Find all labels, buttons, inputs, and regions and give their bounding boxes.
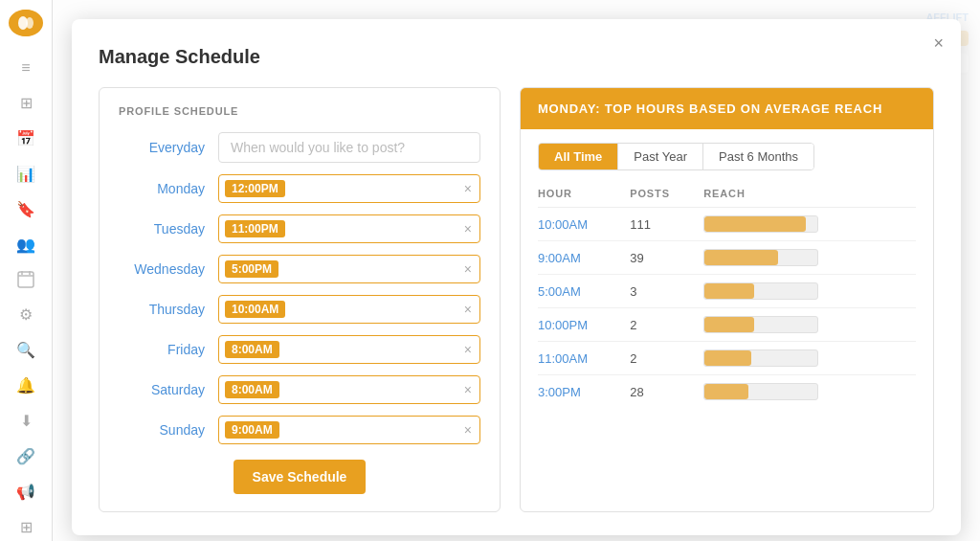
tab-group: All Time Past Year Past 6 Months xyxy=(538,143,814,170)
time-badge-wednesday: 5:00PM xyxy=(225,260,278,278)
profile-schedule-label: PROFILE SCHEDULE xyxy=(119,105,480,117)
time-badge-wrap-saturday[interactable]: 8:00AM × xyxy=(218,375,480,404)
sidebar-logo xyxy=(9,10,43,36)
sidebar-icon-grid[interactable]: ⊞ xyxy=(14,518,37,536)
time-clear-wednesday[interactable]: × xyxy=(464,261,472,277)
schedule-row-friday: Friday 8:00AM × xyxy=(119,335,480,364)
reach-bar-bg-4 xyxy=(703,349,818,367)
reach-bar-wrap-0 xyxy=(703,215,818,233)
reach-bar-bg-1 xyxy=(703,249,818,266)
posts-cell-4: 2 xyxy=(630,342,703,375)
time-clear-friday[interactable]: × xyxy=(464,342,472,357)
day-label-everyday: Everyday xyxy=(119,140,205,155)
manage-schedule-modal: Manage Schedule × PROFILE SCHEDULE Every… xyxy=(72,19,961,535)
table-row: 11:00AM2 xyxy=(538,342,916,375)
sidebar-icon-bookmark[interactable]: 🔖 xyxy=(14,200,37,218)
tab-all-time[interactable]: All Time xyxy=(539,144,618,169)
day-label-tuesday: Tuesday xyxy=(119,221,205,237)
time-badge-saturday: 8:00AM xyxy=(225,381,279,398)
time-input-wrap-everyday: When would you like to post? xyxy=(218,132,480,163)
posts-cell-1: 39 xyxy=(630,241,703,275)
tab-past-year[interactable]: Past Year xyxy=(618,144,703,169)
time-badge-wrap-thursday[interactable]: 10:00AM × xyxy=(218,295,480,324)
schedule-row-everyday: Everyday When would you like to post? xyxy=(119,132,480,163)
day-label-wednesday: Wednesday xyxy=(119,261,205,277)
main-area: AFFLIFT Manage Schedule × PROFILE SCHEDU… xyxy=(53,0,980,541)
time-clear-tuesday[interactable]: × xyxy=(464,221,472,237)
schedule-row-monday: Monday 12:00PM × xyxy=(119,174,480,203)
table-row: 10:00PM2 xyxy=(538,308,916,342)
reach-cell-4 xyxy=(703,342,916,375)
time-badge-friday: 8:00AM xyxy=(225,341,279,358)
top-hours-panel: MONDAY: TOP HOURS BASED ON AVERAGE REACH… xyxy=(520,87,934,512)
posts-cell-3: 2 xyxy=(630,308,703,342)
schedule-row-tuesday: Tuesday 11:00PM × xyxy=(119,214,480,243)
svg-point-2 xyxy=(26,17,33,29)
hour-cell-1: 9:00AM xyxy=(538,241,630,275)
posts-cell-2: 3 xyxy=(630,275,703,308)
sidebar-icon-link[interactable]: 🔗 xyxy=(14,447,37,465)
posts-cell-5: 28 xyxy=(630,375,703,409)
sidebar-icon-schedule[interactable] xyxy=(14,271,37,288)
svg-rect-3 xyxy=(18,272,33,287)
col-reach: REACH xyxy=(703,188,916,208)
time-input-wrap-saturday: 8:00AM × xyxy=(218,375,480,404)
table-row: 9:00AM39 xyxy=(538,241,916,275)
time-input-wrap-sunday: 9:00AM × xyxy=(218,416,480,444)
hours-table: HOUR POSTS REACH 10:00AM1119:00AM395:00A… xyxy=(538,188,916,408)
time-input-wrap-wednesday: 5:00PM × xyxy=(218,255,480,283)
time-badge-thursday: 10:00AM xyxy=(225,301,285,318)
day-label-sunday: Sunday xyxy=(119,422,205,438)
save-schedule-button[interactable]: Save Schedule xyxy=(234,460,367,494)
reach-cell-5 xyxy=(703,375,916,409)
sidebar: ≡ ⊞ 📅 📊 🔖 👥 ⚙ 🔍 🔔 ⬇ 🔗 📢 ⊞ ⊟ xyxy=(0,0,53,541)
time-clear-sunday[interactable]: × xyxy=(464,422,472,438)
time-badge-wrap-sunday[interactable]: 9:00AM × xyxy=(218,416,480,444)
reach-bar-fill-2 xyxy=(704,283,754,299)
day-label-saturday: Saturday xyxy=(119,382,205,397)
time-input-wrap-tuesday: 11:00PM × xyxy=(218,214,480,243)
reach-bar-wrap-2 xyxy=(703,282,818,300)
reach-bar-fill-0 xyxy=(704,216,806,232)
time-badge-wrap-tuesday[interactable]: 11:00PM × xyxy=(218,214,480,243)
time-clear-monday[interactable]: × xyxy=(464,181,472,196)
sidebar-icon-broadcast[interactable]: 📢 xyxy=(14,483,37,501)
modal-close-button[interactable]: × xyxy=(933,34,944,52)
modal-title: Manage Schedule xyxy=(99,46,934,68)
posts-cell-0: 111 xyxy=(630,208,703,241)
hour-cell-2: 5:00AM xyxy=(538,275,630,308)
reach-cell-2 xyxy=(703,275,916,308)
sidebar-icon-dashboard[interactable]: ⊞ xyxy=(14,94,37,112)
modal-body: PROFILE SCHEDULE Everyday When would you… xyxy=(99,87,934,512)
schedule-row-saturday: Saturday 8:00AM × xyxy=(119,375,480,404)
sidebar-icon-bell[interactable]: 🔔 xyxy=(14,376,37,394)
time-input-wrap-thursday: 10:00AM × xyxy=(218,295,480,324)
reach-bar-bg-3 xyxy=(703,316,818,333)
tab-past-6-months[interactable]: Past 6 Months xyxy=(703,144,813,169)
reach-bar-fill-4 xyxy=(704,350,750,366)
schedule-row-wednesday: Wednesday 5:00PM × xyxy=(119,255,480,283)
sidebar-icon-users[interactable]: 👥 xyxy=(14,236,37,254)
time-badge-wrap-friday[interactable]: 8:00AM × xyxy=(218,335,480,364)
everyday-placeholder[interactable]: When would you like to post? xyxy=(218,132,480,163)
time-badge-wrap-monday[interactable]: 12:00PM × xyxy=(218,174,480,203)
reach-bar-fill-3 xyxy=(704,317,754,332)
sidebar-icon-analytics[interactable]: 📊 xyxy=(14,165,37,183)
col-posts: POSTS xyxy=(630,188,703,208)
schedule-row-thursday: Thursday 10:00AM × xyxy=(119,295,480,324)
sidebar-icon-calendar[interactable]: 📅 xyxy=(14,129,37,147)
reach-bar-fill-1 xyxy=(704,250,778,265)
reach-bar-bg-0 xyxy=(703,215,818,233)
reach-bar-wrap-1 xyxy=(703,249,818,266)
time-clear-saturday[interactable]: × xyxy=(464,382,472,397)
day-label-monday: Monday xyxy=(119,181,205,196)
time-badge-wrap-wednesday[interactable]: 5:00PM × xyxy=(218,255,480,283)
table-row: 10:00AM111 xyxy=(538,208,916,241)
sidebar-icon-download[interactable]: ⬇ xyxy=(14,412,37,430)
sidebar-icon-menu[interactable]: ≡ xyxy=(14,59,37,77)
reach-cell-3 xyxy=(703,308,916,342)
time-clear-thursday[interactable]: × xyxy=(464,302,472,317)
reach-bar-wrap-3 xyxy=(703,316,818,333)
sidebar-icon-search[interactable]: 🔍 xyxy=(14,341,37,359)
sidebar-icon-filters[interactable]: ⚙ xyxy=(14,305,37,324)
